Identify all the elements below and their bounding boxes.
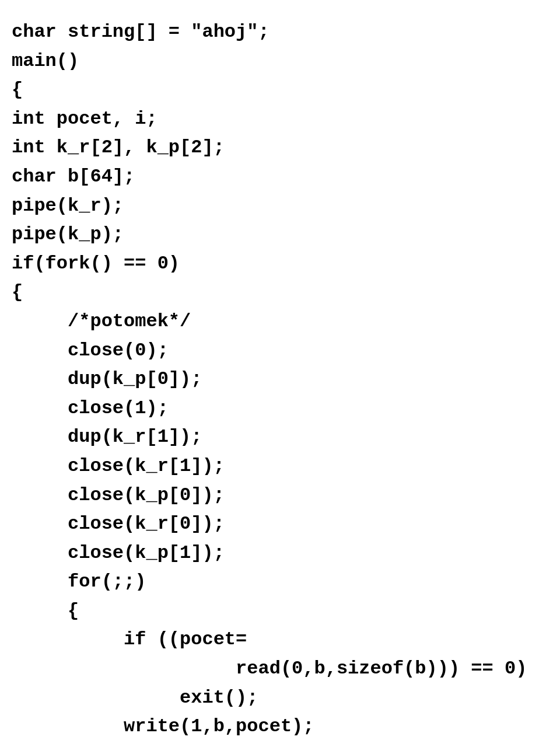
code-line-20: for(;;) <box>12 571 146 592</box>
code-line-7: pipe(k_r); <box>12 195 124 217</box>
code-line-19: close(k_p[1]); <box>12 542 225 564</box>
code-block: char string[] = "ahoj"; main() { int poc… <box>12 18 542 747</box>
code-line-2: main() <box>12 50 79 72</box>
code-line-14: close(1); <box>12 397 169 419</box>
code-line-12: close(0); <box>12 340 169 361</box>
code-line-9: if(fork() == 0) <box>12 253 180 274</box>
code-line-13: dup(k_p[0]); <box>12 368 202 390</box>
code-line-6: char b[64]; <box>12 166 135 187</box>
code-line-18: close(k_r[0]); <box>12 513 225 535</box>
code-line-26: } <box>12 745 79 747</box>
code-line-4: int pocet, i; <box>12 108 158 130</box>
code-line-22: if ((pocet= <box>12 629 247 650</box>
code-line-23: read(0,b,sizeof(b))) == 0) <box>12 658 527 679</box>
code-line-1: char string[] = "ahoj"; <box>12 21 270 43</box>
code-line-5: int k_r[2], k_p[2]; <box>12 137 225 158</box>
code-line-25: write(1,b,pocet); <box>12 715 314 737</box>
code-line-21: { <box>12 600 79 622</box>
code-line-17: close(k_p[0]); <box>12 484 225 506</box>
code-line-24: exit(); <box>12 687 258 708</box>
code-line-15: dup(k_r[1]); <box>12 426 202 448</box>
code-line-11: /*potomek*/ <box>12 310 191 332</box>
code-line-8: pipe(k_p); <box>12 224 124 245</box>
code-line-3: { <box>12 79 23 100</box>
code-line-10: { <box>12 281 23 303</box>
code-line-16: close(k_r[1]); <box>12 455 225 477</box>
